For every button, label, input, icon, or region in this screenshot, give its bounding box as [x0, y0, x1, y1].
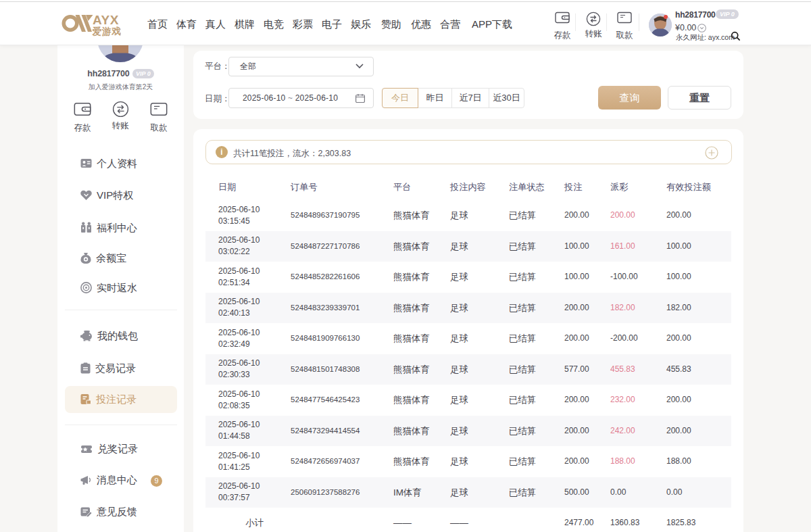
svg-text:爱游戏: 爱游戏: [92, 26, 122, 37]
svg-text:AYX: AYX: [93, 13, 119, 27]
